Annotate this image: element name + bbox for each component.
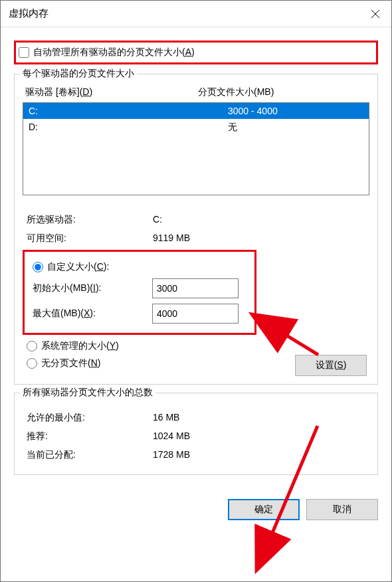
system-managed-label[interactable]: 系统管理的大小(Y): [41, 340, 119, 352]
no-paging-label[interactable]: 无分页文件(N): [41, 357, 100, 369]
free-space-label: 可用空间:: [27, 233, 153, 244]
min-label: 允许的最小值:: [27, 412, 153, 424]
auto-manage-checkbox[interactable]: [19, 47, 29, 58]
rec-label: 推荐:: [27, 431, 153, 442]
totals-group-title: 所有驱动器分页文件大小的总数: [20, 387, 155, 399]
per-drive-group: 每个驱动器的分页文件大小 驱动器 [卷标](D) 分页文件大小(MB) C: 3…: [14, 74, 378, 385]
drive-list[interactable]: C: 3000 - 4000 D: 无: [23, 102, 369, 195]
totals-group: 所有驱动器分页文件大小的总数 允许的最小值: 16 MB 推荐: 1024 MB…: [14, 393, 378, 475]
drive-row[interactable]: C: 3000 - 4000: [23, 103, 369, 119]
auto-manage-label[interactable]: 自动管理所有驱动器的分页文件大小(A): [33, 47, 195, 58]
cur-label: 当前已分配:: [27, 449, 153, 461]
initial-size-label: 初始大小(MB)(I):: [33, 282, 152, 294]
selected-drive-value: C:: [153, 214, 369, 226]
ok-button[interactable]: 确定: [228, 499, 300, 520]
selected-drive-label: 所选驱动器:: [27, 214, 153, 226]
drive-row[interactable]: D: 无: [23, 119, 369, 136]
set-button[interactable]: 设置(S): [295, 355, 367, 376]
auto-manage-highlight: 自动管理所有驱动器的分页文件大小(A): [14, 41, 378, 64]
custom-size-radio[interactable]: [33, 262, 43, 272]
cancel-button[interactable]: 取消: [306, 499, 378, 520]
per-drive-group-title: 每个驱动器的分页文件大小: [20, 68, 137, 80]
window-title: 虚拟内存: [9, 7, 49, 20]
min-value: 16 MB: [153, 412, 369, 424]
drive-list-header: 驱动器 [卷标](D) 分页文件大小(MB): [23, 86, 369, 98]
no-paging-radio[interactable]: [27, 358, 37, 369]
rec-value: 1024 MB: [153, 431, 369, 442]
close-button[interactable]: [359, 1, 391, 27]
footer-buttons: 确定 取消: [1, 491, 391, 531]
max-size-label: 最大值(MB)(X):: [33, 308, 152, 320]
titlebar: 虚拟内存: [1, 1, 391, 27]
system-managed-radio[interactable]: [27, 341, 37, 351]
custom-size-highlight: 自定义大小(C): 初始大小(MB)(I): 最大值(MB)(X):: [23, 250, 256, 335]
cur-value: 1728 MB: [153, 449, 369, 461]
custom-size-label[interactable]: 自定义大小(C):: [47, 261, 109, 273]
free-space-value: 9119 MB: [153, 233, 369, 244]
initial-size-input[interactable]: [152, 278, 239, 298]
max-size-input[interactable]: [152, 304, 239, 324]
close-icon: [371, 10, 379, 18]
